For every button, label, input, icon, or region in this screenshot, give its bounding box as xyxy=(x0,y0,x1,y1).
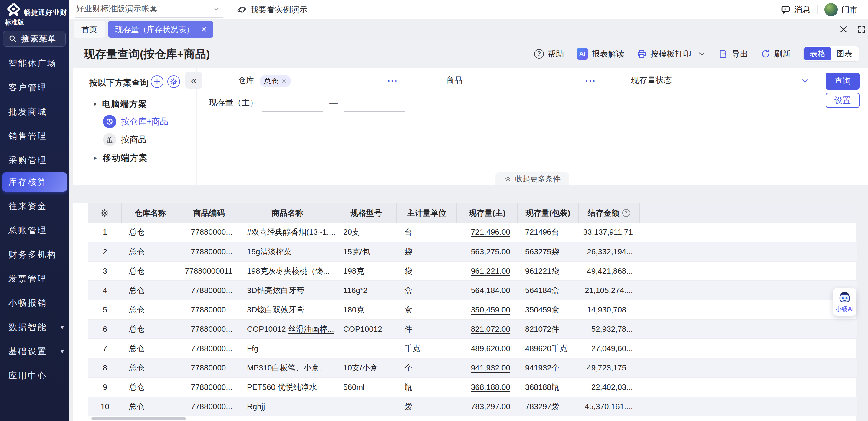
sidebar-item[interactable]: 总账管理 ▾ xyxy=(0,218,69,242)
cell-amount: 33,137,911.71 xyxy=(578,223,640,242)
scheme-item-warehouse-product[interactable]: 按仓库+商品 xyxy=(103,115,168,128)
account-select[interactable]: 好业财标准版演示帐套 xyxy=(75,1,223,18)
qty-label: 现存量（主） xyxy=(209,97,258,111)
cell-product-code: 77880000... xyxy=(179,242,239,261)
qty-min-input[interactable] xyxy=(262,96,322,111)
tree-group-pc[interactable]: ▾ 电脑端方案 xyxy=(93,98,147,110)
scheme-settings-button[interactable] xyxy=(167,75,180,88)
search-menu-input[interactable]: 搜索菜单 xyxy=(3,31,66,46)
table-row[interactable]: 10 总仓 77880000... Rghjj 袋 783,297.00 783… xyxy=(88,397,857,416)
qty-main-link[interactable]: 961,221.00 xyxy=(471,266,510,276)
user-menu[interactable]: 门市 xyxy=(825,3,858,16)
sidebar: 畅捷通好业财 标准版 搜索菜单 智能体广场 ▾ 客户管理 ▾ 批发商城 ▾ 销售… xyxy=(0,0,69,421)
print-template-button[interactable]: 按模板打印 xyxy=(637,48,706,59)
scheme-panel: 按以下方案查询 « ▾ 电脑端方案 按仓库+商品 按商品 ▸ 移动端方案 xyxy=(73,68,197,185)
tab-close-icon[interactable] xyxy=(200,26,207,33)
sidebar-item[interactable]: 销售管理 ▾ xyxy=(0,124,69,148)
qty-main-link[interactable]: 563,275.00 xyxy=(471,247,510,256)
table-row[interactable]: 3 总仓 77880000011 198克灰枣夹核桃（馋... 198克 袋 9… xyxy=(88,261,857,281)
sidebar-item[interactable]: 采购管理 ▾ xyxy=(0,148,69,172)
qty-main-link[interactable]: 941,932.00 xyxy=(471,363,510,372)
table-row[interactable]: 8 总仓 77880000... MP310白板笔、小盒、... 10支/小盒 … xyxy=(88,358,857,378)
qty-main-link[interactable]: 350,459.00 xyxy=(471,305,510,314)
qty-main-link[interactable]: 368,188.00 xyxy=(471,383,510,392)
table-row[interactable]: 4 总仓 77880000... 3D钻亮炫白牙膏 116g*2 盒 564,1… xyxy=(88,281,857,300)
cell-unit: 盒 xyxy=(397,281,457,300)
close-icon[interactable] xyxy=(839,25,848,34)
tab-inventory-report[interactable]: 现存量（库存状况表） xyxy=(108,21,213,37)
qty-main-link[interactable]: 821,072.00 xyxy=(471,325,510,333)
cell-product-code: 77880000... xyxy=(179,300,239,319)
table-row[interactable]: 9 总仓 77880000... PET560 优悦纯净水 560ml 瓶 36… xyxy=(88,378,857,397)
warehouse-input[interactable]: 总仓 ··· xyxy=(258,73,400,89)
demo-link[interactable]: 我要看实例演示 xyxy=(237,4,308,15)
divider xyxy=(817,5,818,14)
horizontal-scrollbar-thumb[interactable] xyxy=(91,417,186,420)
tree-group-mobile[interactable]: ▸ 移动端方案 xyxy=(94,152,148,164)
cell-spec: 20支 xyxy=(336,223,397,242)
qty-main-link[interactable]: 489,620.00 xyxy=(471,344,510,353)
messages-button[interactable]: 消息 xyxy=(781,4,810,15)
stock-status-select[interactable] xyxy=(676,73,812,89)
cell-filler xyxy=(640,242,857,261)
cell-warehouse: 总仓 xyxy=(122,281,179,300)
sidebar-item[interactable]: 小畅报销 ▾ xyxy=(0,291,69,315)
table-row[interactable]: 6 总仓 77880000... COP10012 丝滑油画棒... COP10… xyxy=(88,319,857,339)
column-settings-header[interactable] xyxy=(88,203,122,223)
collapse-panel-button[interactable]: « xyxy=(185,72,202,89)
cell-row-number: 8 xyxy=(88,358,122,378)
table-row[interactable]: 5 总仓 77880000... 3D炫白双效牙膏 180克 盒 350,459… xyxy=(88,300,857,319)
table-row[interactable]: 1 总仓 77880000... #双喜经典醇香烟(13~1.... 20支 台… xyxy=(88,223,857,242)
warehouse-more-button[interactable]: ··· xyxy=(388,76,398,86)
sidebar-item[interactable]: 应用中心 ▾ xyxy=(0,363,69,388)
table-view-button[interactable]: 表格 xyxy=(804,47,831,61)
export-label: 导出 xyxy=(732,48,748,59)
cell-product-name: MP310白板笔、小盒、... xyxy=(239,358,336,378)
amount-help-icon[interactable]: ? xyxy=(622,209,630,217)
product-more-button[interactable]: ··· xyxy=(585,76,596,86)
ai-report-button[interactable]: AI 报表解读 xyxy=(577,48,624,60)
search-menu-label: 搜索菜单 xyxy=(22,34,57,44)
refresh-button[interactable]: 刷新 xyxy=(761,48,790,59)
avatar xyxy=(825,3,838,16)
collapse-more-conditions[interactable]: 收起更多条件 xyxy=(495,172,569,185)
caret-down-icon: ▾ xyxy=(61,348,64,355)
sidebar-item[interactable]: 数据智能 ▾ xyxy=(0,315,69,339)
sidebar-item[interactable]: 发票管理 ▾ xyxy=(0,267,69,291)
table-row[interactable]: 2 总仓 77880000... 15g清淡榨菜 15克/包 袋 563,275… xyxy=(88,242,857,261)
expand-icon[interactable] xyxy=(857,25,866,34)
tag-remove-icon[interactable] xyxy=(281,78,287,84)
help-button[interactable]: ? 帮助 xyxy=(534,48,564,59)
cell-product-code: 77880000011 xyxy=(179,261,239,281)
sidebar-item[interactable]: 往来资金 ▾ xyxy=(0,194,69,218)
add-scheme-button[interactable] xyxy=(151,75,163,88)
chart-view-button[interactable]: 图表 xyxy=(831,47,858,61)
search-button[interactable]: 查询 xyxy=(826,73,860,90)
qty-main-link[interactable]: 721,496.00 xyxy=(471,227,510,236)
sidebar-item[interactable]: 库存核算 ▾ xyxy=(2,172,67,192)
sidebar-item[interactable]: 智能体广场 ▾ xyxy=(0,52,69,75)
ai-report-label: 报表解读 xyxy=(592,48,624,59)
sidebar-item[interactable]: 客户管理 ▾ xyxy=(0,75,69,100)
qty-max-input[interactable] xyxy=(344,96,405,111)
qty-main-link[interactable]: 564,184.00 xyxy=(471,286,510,295)
cell-unit: 袋 xyxy=(397,397,457,416)
ai-assistant-widget[interactable]: 小畅AI xyxy=(833,288,857,316)
export-button[interactable]: 导出 xyxy=(718,48,748,59)
sidebar-item[interactable]: 批发商城 ▾ xyxy=(0,100,69,124)
sidebar-item[interactable]: 基础设置 ▾ xyxy=(0,339,69,363)
settings-button[interactable]: 设置 xyxy=(826,93,860,108)
header-qty-pack: 现存量(包装) xyxy=(518,203,578,223)
cell-qty-main: 563,275.00 xyxy=(457,242,518,261)
table-row[interactable]: 7 总仓 77880000... Ffg 千克 489,620.00 48962… xyxy=(88,339,857,358)
print-chevron-down-icon[interactable] xyxy=(698,50,706,58)
results-table-container: 仓库名称 商品编码 商品名称 规格型号 主计量单位 现存量(主) 现存量(包装)… xyxy=(73,203,857,421)
qty-main-link[interactable]: 783,297.00 xyxy=(471,402,510,411)
cell-amount: 49,723,175... xyxy=(578,358,640,378)
tabbar-actions xyxy=(839,19,868,39)
product-input[interactable]: ··· xyxy=(467,73,598,89)
sidebar-item[interactable]: 财务多机构 ▾ xyxy=(0,242,69,267)
scheme-item-product[interactable]: 按商品 xyxy=(103,133,147,147)
tab-home[interactable]: 首页 xyxy=(73,21,105,37)
cell-qty-pack: 489620千克 xyxy=(518,339,578,358)
